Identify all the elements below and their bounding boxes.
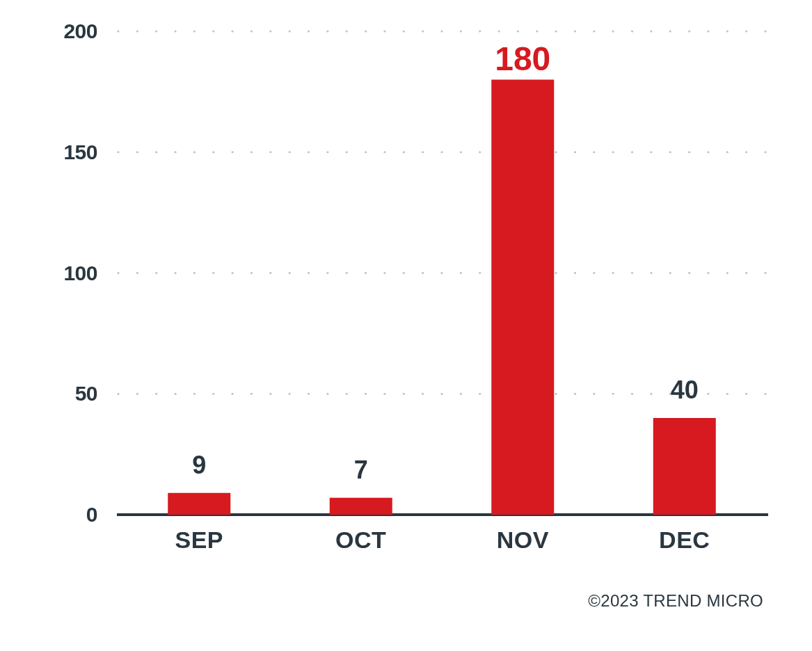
svg-point-139 <box>764 30 766 32</box>
svg-point-94 <box>574 151 576 153</box>
svg-point-119 <box>383 30 385 32</box>
x-tick-label: OCT <box>335 527 386 553</box>
svg-point-32 <box>726 393 729 395</box>
svg-point-54 <box>479 272 481 274</box>
copyright-text: ©2023 TREND MICRO <box>588 591 763 611</box>
svg-point-37 <box>155 272 157 274</box>
svg-point-35 <box>117 272 119 274</box>
svg-point-26 <box>612 393 614 395</box>
svg-point-48 <box>365 272 367 274</box>
svg-point-38 <box>174 272 176 274</box>
svg-point-62 <box>631 272 633 274</box>
bar-value-label: 40 <box>671 376 699 404</box>
svg-point-12 <box>346 393 348 395</box>
svg-point-2 <box>155 393 157 395</box>
svg-point-96 <box>612 151 614 153</box>
svg-point-15 <box>403 393 405 395</box>
svg-point-47 <box>346 272 348 274</box>
svg-point-114 <box>289 30 291 32</box>
svg-point-66 <box>707 272 709 274</box>
svg-point-18 <box>460 393 462 395</box>
svg-point-98 <box>650 151 652 153</box>
svg-point-41 <box>232 272 234 274</box>
svg-point-106 <box>136 30 138 32</box>
svg-point-4 <box>193 393 196 395</box>
y-tick-label: 200 <box>63 19 97 42</box>
svg-point-108 <box>174 30 176 32</box>
svg-point-61 <box>612 272 614 274</box>
svg-point-27 <box>631 393 633 395</box>
svg-point-33 <box>745 393 747 395</box>
svg-point-95 <box>593 151 595 153</box>
bar <box>168 493 230 515</box>
bar-value-label: 9 <box>192 451 206 479</box>
svg-point-133 <box>650 30 652 32</box>
svg-point-44 <box>289 272 291 274</box>
svg-point-16 <box>422 393 424 395</box>
svg-point-8 <box>269 393 271 395</box>
svg-point-31 <box>707 393 709 395</box>
svg-point-138 <box>745 30 747 32</box>
svg-point-99 <box>669 151 671 153</box>
svg-point-76 <box>232 151 234 153</box>
svg-point-77 <box>250 151 253 153</box>
svg-point-59 <box>574 272 576 274</box>
svg-point-117 <box>346 30 348 32</box>
svg-point-24 <box>574 393 576 395</box>
svg-point-40 <box>212 272 214 274</box>
svg-point-63 <box>650 272 652 274</box>
x-tick-label: DEC <box>659 527 710 553</box>
svg-point-7 <box>250 393 253 395</box>
svg-point-136 <box>707 30 709 32</box>
svg-point-104 <box>764 151 766 153</box>
svg-point-83 <box>365 151 367 153</box>
svg-point-130 <box>593 30 595 32</box>
svg-point-65 <box>688 272 690 274</box>
svg-point-1 <box>136 393 138 395</box>
svg-point-93 <box>555 151 557 153</box>
svg-point-13 <box>365 393 367 395</box>
svg-point-60 <box>593 272 595 274</box>
svg-point-87 <box>440 151 443 153</box>
chart-container: 0501001502009SEP7OCT180NOV40DEC ©2023 TR… <box>0 0 812 651</box>
svg-point-0 <box>117 393 119 395</box>
svg-point-19 <box>479 393 481 395</box>
svg-point-103 <box>745 151 747 153</box>
x-tick-label: NOV <box>497 527 549 553</box>
svg-point-102 <box>726 151 729 153</box>
bar-value-label: 180 <box>495 40 550 77</box>
svg-point-105 <box>117 30 119 32</box>
svg-point-43 <box>269 272 271 274</box>
svg-point-128 <box>555 30 557 32</box>
svg-point-109 <box>193 30 196 32</box>
svg-point-72 <box>155 151 157 153</box>
y-tick-label: 50 <box>75 382 97 405</box>
svg-point-107 <box>155 30 157 32</box>
svg-point-50 <box>403 272 405 274</box>
bar-value-label: 7 <box>354 456 368 484</box>
svg-point-89 <box>479 151 481 153</box>
svg-point-79 <box>289 151 291 153</box>
svg-point-121 <box>422 30 424 32</box>
svg-point-68 <box>745 272 747 274</box>
svg-point-5 <box>212 393 214 395</box>
svg-point-9 <box>289 393 291 395</box>
svg-point-111 <box>232 30 234 32</box>
bar <box>330 498 392 515</box>
y-tick-label: 0 <box>86 503 97 526</box>
svg-point-3 <box>174 393 176 395</box>
svg-point-135 <box>688 30 690 32</box>
svg-point-131 <box>612 30 614 32</box>
svg-point-49 <box>383 272 385 274</box>
svg-point-67 <box>726 272 729 274</box>
svg-point-97 <box>631 151 633 153</box>
svg-point-6 <box>232 393 234 395</box>
svg-point-100 <box>688 151 690 153</box>
bar <box>653 418 716 515</box>
svg-point-88 <box>460 151 462 153</box>
svg-point-58 <box>555 272 557 274</box>
svg-point-53 <box>460 272 462 274</box>
svg-point-137 <box>726 30 729 32</box>
y-tick-label: 150 <box>63 140 97 163</box>
svg-point-10 <box>308 393 310 395</box>
